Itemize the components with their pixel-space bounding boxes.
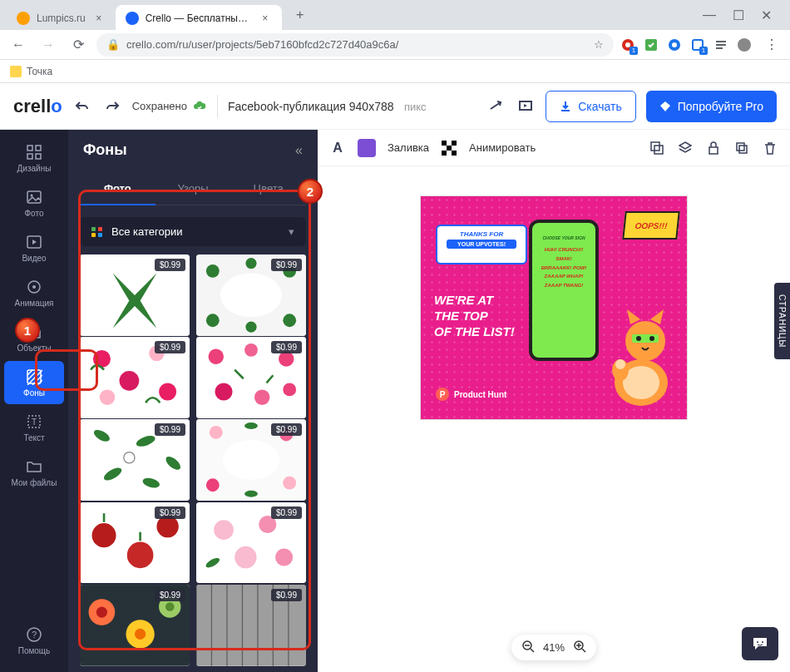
svg-point-38 bbox=[100, 390, 115, 405]
sidebar-item-text[interactable]: T Текст bbox=[4, 406, 64, 449]
menu-icon[interactable]: ⋮ bbox=[760, 33, 783, 57]
collapse-icon[interactable]: « bbox=[295, 143, 303, 158]
tab-title: Crello — Бесплатный инструмен bbox=[146, 12, 252, 24]
transparency-icon[interactable] bbox=[441, 140, 457, 156]
url-input[interactable]: 🔒 crello.com/ru/user/projects/5eb7160bfc… bbox=[96, 33, 614, 57]
svg-point-30 bbox=[283, 314, 296, 327]
tab-photo[interactable]: Фото bbox=[80, 174, 156, 205]
svg-marker-99 bbox=[627, 309, 640, 324]
phone-graphic: CHOOSE YOUR SIGNHUH! CRUNCH!! SMAK! BRRA… bbox=[529, 220, 599, 361]
canvas-viewport[interactable]: THANKS FOR YOUR UPVOTES! OOPS!!! CHOOSE … bbox=[318, 166, 790, 672]
ext-icon[interactable] bbox=[644, 37, 659, 52]
font-tool[interactable]: A bbox=[329, 140, 346, 156]
close-icon[interactable]: × bbox=[259, 12, 272, 25]
bg-thumb[interactable]: $0.99 bbox=[196, 585, 306, 666]
forward-button[interactable]: → bbox=[37, 33, 60, 57]
ext-icon[interactable] bbox=[667, 37, 682, 52]
tab-colors[interactable]: Цвета bbox=[230, 174, 306, 205]
pages-tab[interactable]: СТРАНИЦЫ bbox=[774, 283, 790, 359]
zoom-control: 41% bbox=[511, 635, 596, 660]
bookmark-label: Точка bbox=[27, 66, 52, 77]
zoom-out-button[interactable] bbox=[521, 640, 535, 655]
maximize-icon[interactable]: ☐ bbox=[733, 7, 744, 23]
svg-point-44 bbox=[254, 390, 269, 405]
svg-point-62 bbox=[92, 523, 116, 547]
svg-point-40 bbox=[209, 349, 224, 364]
tab-title: Lumpics.ru bbox=[37, 12, 86, 24]
chat-button[interactable] bbox=[742, 627, 778, 660]
svg-point-75 bbox=[135, 629, 146, 640]
grid-dots-icon bbox=[91, 227, 103, 237]
bg-thumb[interactable]: $0.99 bbox=[196, 419, 306, 501]
svg-point-77 bbox=[165, 602, 175, 611]
bg-thumb[interactable]: $0.99 bbox=[80, 337, 190, 418]
artboard[interactable]: THANKS FOR YOUR UPVOTES! OOPS!!! CHOOSE … bbox=[421, 196, 687, 419]
bg-thumb[interactable]: $0.99 bbox=[196, 502, 306, 584]
sidebar-item-photo[interactable]: Фото bbox=[4, 181, 64, 225]
minimize-icon[interactable]: — bbox=[703, 7, 716, 23]
svg-point-42 bbox=[279, 351, 294, 366]
svg-point-113 bbox=[757, 641, 758, 643]
logo[interactable]: crello bbox=[13, 96, 62, 117]
play-icon bbox=[25, 233, 43, 251]
bg-thumb[interactable]: $0.99 bbox=[80, 254, 190, 336]
trash-icon[interactable] bbox=[762, 140, 778, 156]
svg-rect-8 bbox=[27, 146, 32, 151]
ext-icon[interactable] bbox=[713, 37, 728, 52]
zoom-value: 41% bbox=[543, 641, 565, 654]
copy-icon[interactable] bbox=[733, 140, 750, 156]
chevron-down-icon: ▾ bbox=[289, 225, 294, 238]
bg-thumb[interactable]: $0.99 bbox=[80, 585, 190, 666]
bg-thumb[interactable]: $0.99 bbox=[80, 419, 190, 501]
avatar[interactable] bbox=[737, 37, 752, 52]
download-button[interactable]: Скачать bbox=[546, 91, 636, 122]
save-status: Сохранено bbox=[132, 99, 207, 114]
bg-thumb[interactable]: $0.99 bbox=[196, 254, 306, 336]
redo-button[interactable] bbox=[102, 96, 122, 116]
sidebar-item-designs[interactable]: Дизайны bbox=[4, 136, 64, 180]
effects-icon[interactable] bbox=[649, 140, 665, 156]
svg-rect-86 bbox=[442, 141, 447, 146]
close-icon[interactable]: ✕ bbox=[761, 7, 772, 23]
lock-icon[interactable] bbox=[705, 140, 722, 156]
undo-button[interactable] bbox=[72, 96, 92, 116]
browser-tab[interactable]: Lumpics.ru × bbox=[7, 5, 116, 32]
hatch-icon bbox=[25, 368, 43, 386]
ext-icon[interactable]: 1 bbox=[690, 37, 705, 52]
category-select[interactable]: Все категории ▾ bbox=[80, 217, 306, 246]
sidebar-item-backgrounds[interactable]: Фоны bbox=[4, 361, 64, 404]
project-name[interactable]: Facebook-публикация 940x788 пикс bbox=[228, 99, 427, 114]
browser-tab-active[interactable]: Crello — Бесплатный инструмен × bbox=[116, 5, 282, 32]
bg-thumb[interactable]: $0.99 bbox=[196, 337, 306, 418]
sidebar-item-myfiles[interactable]: Мои файлы bbox=[4, 451, 64, 494]
zoom-in-button[interactable] bbox=[573, 640, 586, 655]
sidebar-item-help[interactable]: ? Помощь bbox=[4, 619, 64, 662]
share-button[interactable] bbox=[486, 96, 506, 116]
image-icon bbox=[25, 188, 43, 206]
close-icon[interactable]: × bbox=[92, 12, 106, 25]
app-body: Дизайны Фото Видео Анимация Объекты Фоны… bbox=[0, 130, 790, 672]
fill-swatch[interactable] bbox=[358, 139, 376, 157]
try-pro-button[interactable]: Попробуйте Pro bbox=[646, 91, 777, 122]
reload-button[interactable]: ⟳ bbox=[67, 33, 90, 57]
svg-point-45 bbox=[283, 383, 296, 397]
star-icon[interactable]: ☆ bbox=[594, 38, 604, 51]
saved-label: Сохранено bbox=[132, 100, 187, 112]
new-tab-button[interactable]: + bbox=[289, 3, 312, 27]
svg-point-58 bbox=[283, 477, 296, 490]
ext-icon[interactable]: 1 bbox=[620, 37, 635, 52]
back-button[interactable]: ← bbox=[7, 33, 30, 57]
bg-thumb[interactable]: $0.99 bbox=[80, 502, 190, 584]
sidebar-item-video[interactable]: Видео bbox=[4, 226, 64, 269]
svg-line-107 bbox=[531, 649, 534, 652]
svg-point-66 bbox=[214, 520, 234, 540]
sidebar-item-animation[interactable]: Анимация bbox=[4, 271, 64, 314]
svg-rect-91 bbox=[651, 142, 659, 151]
present-button[interactable] bbox=[516, 96, 536, 116]
layers-icon[interactable] bbox=[677, 140, 694, 156]
bookmark-item[interactable]: Точка bbox=[10, 66, 52, 77]
address-bar: ← → ⟳ 🔒 crello.com/ru/user/projects/5eb7… bbox=[0, 30, 790, 60]
tab-patterns[interactable]: Узоры bbox=[156, 174, 231, 205]
svg-point-16 bbox=[32, 285, 36, 289]
animate-label[interactable]: Анимировать bbox=[469, 141, 536, 154]
